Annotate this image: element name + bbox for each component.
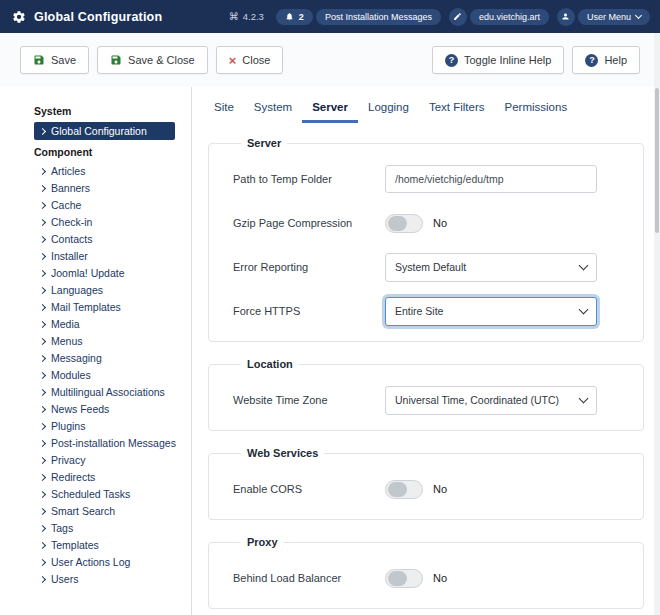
sidebar-item-global-configuration[interactable]: Global Configuration <box>34 122 175 140</box>
notification-count-badge: 2 <box>299 12 304 22</box>
sidebar-item-label: Messaging <box>51 352 102 364</box>
field-row: Gzip Page CompressionNo <box>233 201 619 245</box>
sidebar-item-joomla-update[interactable]: Joomla! Update <box>34 265 175 281</box>
sidebar-item-label: Media <box>51 318 80 330</box>
post-installation-messages-button[interactable]: Post Installation Messages <box>316 9 441 25</box>
tab-text-filters[interactable]: Text Filters <box>419 95 495 123</box>
sidebar-item-user-actions-log[interactable]: User Actions Log <box>34 554 175 570</box>
chevron-right-icon <box>39 388 46 395</box>
sidebar-item-smart-search[interactable]: Smart Search <box>34 503 175 519</box>
sidebar-item-scheduled-tasks[interactable]: Scheduled Tasks <box>34 486 175 502</box>
save-icon <box>33 54 45 66</box>
chevron-right-icon <box>39 167 46 174</box>
help-button[interactable]: ? Help <box>572 46 640 74</box>
sidebar-item-redirects[interactable]: Redirects <box>34 469 175 485</box>
close-button[interactable]: × Close <box>216 46 284 74</box>
save-and-close-button[interactable]: Save & Close <box>97 46 208 74</box>
sidebar-item-plugins[interactable]: Plugins <box>34 418 175 434</box>
sidebar-item-mail-templates[interactable]: Mail Templates <box>34 299 175 315</box>
chevron-right-icon <box>39 371 46 378</box>
main: SiteSystemServerLoggingText FiltersPermi… <box>192 87 660 615</box>
panel-legend: Server <box>241 137 287 149</box>
sidebar-item-languages[interactable]: Languages <box>34 282 175 298</box>
sidebar-item-contacts[interactable]: Contacts <box>34 231 175 247</box>
toggle-behind-load-balancer[interactable] <box>385 569 423 588</box>
sidebar-item-users[interactable]: Users <box>34 571 175 587</box>
sidebar-item-label: Scheduled Tasks <box>51 488 130 500</box>
sidebar-item-messaging[interactable]: Messaging <box>34 350 175 366</box>
sidebar-item-label: Installer <box>51 250 88 262</box>
select-website-time-zone[interactable]: Universal Time, Coordinated (UTC) <box>385 386 597 415</box>
pencil-icon <box>453 12 462 21</box>
toggle-inline-help-label: Toggle Inline Help <box>464 54 551 66</box>
sidebar-item-multilingual-associations[interactable]: Multilingual Associations <box>34 384 175 400</box>
content: SystemGlobal ConfigurationComponentArtic… <box>0 87 660 615</box>
tab-bar: SiteSystemServerLoggingText FiltersPermi… <box>204 95 646 123</box>
chevron-right-icon <box>39 456 46 463</box>
sidebar-item-media[interactable]: Media <box>34 316 175 332</box>
chevron-right-icon <box>39 337 46 344</box>
panel-proxy: ProxyBehind Load BalancerNo <box>208 536 644 609</box>
field-label: Path to Temp Folder <box>233 173 385 185</box>
sidebar-item-installer[interactable]: Installer <box>34 248 175 264</box>
field-label: Website Time Zone <box>233 394 385 406</box>
help-button-label: Help <box>604 54 627 66</box>
user-avatar-button[interactable] <box>557 8 575 26</box>
site-link[interactable]: edu.vietchig.art <box>470 9 549 25</box>
close-icon: × <box>229 54 237 67</box>
select-error-reporting[interactable]: System Default <box>385 253 597 282</box>
panel-location: LocationWebsite Time ZoneUniversal Time,… <box>208 358 644 431</box>
sidebar-item-templates[interactable]: Templates <box>34 537 175 553</box>
sidebar-item-banners[interactable]: Banners <box>34 180 175 196</box>
tab-permissions[interactable]: Permissions <box>495 95 578 123</box>
field-label: Enable CORS <box>233 483 385 495</box>
toggle-gzip-page-compression[interactable] <box>385 214 423 233</box>
sidebar-item-tags[interactable]: Tags <box>34 520 175 536</box>
sidebar-section-header: Component <box>34 146 175 158</box>
sidebar-item-menus[interactable]: Menus <box>34 333 175 349</box>
field-control: Entire Site <box>385 297 597 326</box>
sidebar-item-label: Menus <box>51 335 83 347</box>
chevron-right-icon <box>39 127 46 134</box>
notifications-button[interactable]: 2 <box>276 9 313 25</box>
tab-server[interactable]: Server <box>302 95 358 123</box>
toggle-inline-help-button[interactable]: ? Toggle Inline Help <box>432 46 564 74</box>
tab-system[interactable]: System <box>244 95 302 123</box>
sidebar-item-privacy[interactable]: Privacy <box>34 452 175 468</box>
chevron-right-icon <box>39 218 46 225</box>
save-button[interactable]: Save <box>20 46 89 74</box>
select-force-https[interactable]: Entire Site <box>385 297 597 326</box>
sidebar-item-check-in[interactable]: Check-in <box>34 214 175 230</box>
panel-web-services: Web ServicesEnable CORSNo <box>208 447 644 520</box>
text-input-path-to-temp-folder[interactable] <box>385 165 597 193</box>
chevron-down-icon <box>570 398 596 402</box>
sidebar-item-label: User Actions Log <box>51 556 130 568</box>
sidebar-item-post-installation-messages[interactable]: Post-installation Messages <box>34 435 175 451</box>
sidebar-item-modules[interactable]: Modules <box>34 367 175 383</box>
sidebar-item-label: Global Configuration <box>51 125 147 137</box>
chevron-right-icon <box>39 422 46 429</box>
user-icon <box>561 12 570 21</box>
sidebar-item-news-feeds[interactable]: News Feeds <box>34 401 175 417</box>
field-control: Universal Time, Coordinated (UTC) <box>385 386 597 415</box>
sidebar-item-articles[interactable]: Articles <box>34 163 175 179</box>
sidebar-item-label: Smart Search <box>51 505 115 517</box>
tab-logging[interactable]: Logging <box>358 95 419 123</box>
user-menu-label: User Menu <box>587 12 631 22</box>
field-row: Force HTTPSEntire Site <box>233 289 619 333</box>
field-control: No <box>385 214 447 233</box>
scrollbar-thumb[interactable] <box>655 88 659 233</box>
sidebar-item-label: Contacts <box>51 233 92 245</box>
sidebar-item-cache[interactable]: Cache <box>34 197 175 213</box>
sidebar-item-label: Articles <box>51 165 85 177</box>
field-control: No <box>385 480 447 499</box>
edit-site-button[interactable] <box>449 8 467 26</box>
panel-server: ServerPath to Temp FolderGzip Page Compr… <box>208 137 644 342</box>
user-menu-button[interactable]: User Menu <box>578 9 650 25</box>
tab-site[interactable]: Site <box>204 95 244 123</box>
select-value: Entire Site <box>395 305 443 317</box>
command-icon: ⌘ <box>229 11 239 22</box>
select-value: System Default <box>395 261 466 273</box>
toggle-enable-cors[interactable] <box>385 480 423 499</box>
page-scrollbar[interactable] <box>654 33 660 615</box>
